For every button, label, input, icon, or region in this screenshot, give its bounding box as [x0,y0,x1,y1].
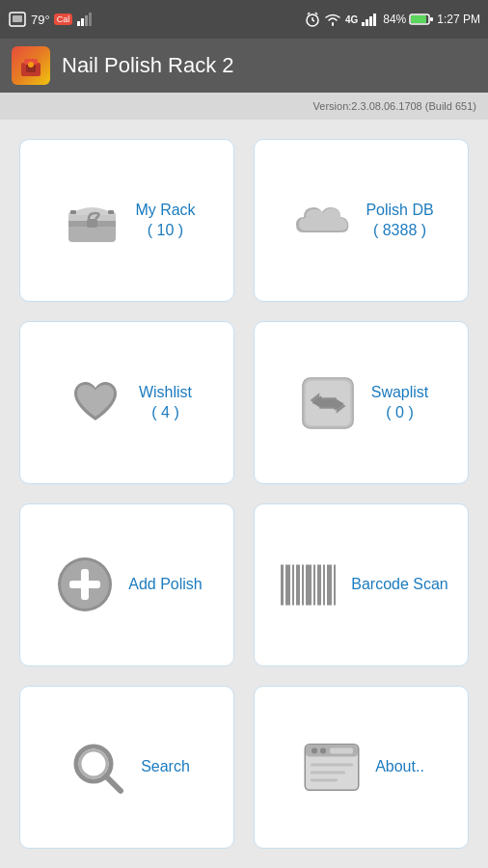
svg-point-55 [312,748,317,754]
about-button[interactable]: About.. [254,686,469,849]
swaplist-label: Swaplist( 0 ) [371,383,429,423]
title-bar: Nail Polish Rack 2 [0,39,488,93]
swap-icon [294,369,362,437]
version-text: Version:2.3.08.06.1708 (Build 651) [313,100,476,112]
svg-rect-41 [296,565,300,606]
alarm-icon [305,12,320,27]
wishlist-button[interactable]: Wishlist( 4 ) [19,321,234,484]
svg-rect-42 [302,565,304,606]
svg-rect-48 [334,565,336,606]
wifi-icon [324,13,341,26]
browser-window-icon [298,734,366,801]
battery-temp: 79° [31,13,50,27]
svg-rect-39 [285,565,290,606]
add-polish-button[interactable]: Add Polish [19,503,234,666]
svg-line-8 [312,20,314,21]
svg-rect-59 [311,772,345,774]
svg-rect-38 [281,565,284,606]
signal-icon [76,12,95,27]
status-left: 79° Cal [8,12,95,27]
svg-rect-58 [311,764,353,767]
barcode-scan-button[interactable]: Barcode Scan [254,503,469,666]
search-magnifier-icon [64,734,131,801]
svg-point-21 [28,62,34,68]
chest-icon [58,187,125,255]
wishlist-label: Wishlist( 4 ) [139,383,192,423]
swaplist-button[interactable]: Swaplist( 0 ) [254,321,469,484]
svg-line-10 [315,13,317,14]
battery-percent: 84% [383,13,406,26]
svg-rect-16 [411,15,426,23]
svg-marker-3 [81,18,84,26]
search-button[interactable]: Search [19,686,234,849]
network-badge: 4G [345,14,358,25]
svg-rect-1 [13,15,22,22]
svg-rect-37 [69,581,100,588]
signal-bars-icon [362,13,379,26]
svg-rect-26 [70,210,76,214]
svg-rect-47 [327,565,332,606]
status-bar: 79° Cal 4G [0,0,488,39]
battery-icon [410,13,433,26]
version-bar: Version:2.3.08.06.1708 (Build 651) [0,93,488,120]
status-right: 4G 84% 1:27 PM [305,12,480,27]
time-display: 1:27 PM [437,13,480,26]
app-title: Nail Polish Rack 2 [62,53,234,78]
polish-db-label: Polish DB( 8388 ) [366,201,433,241]
svg-rect-45 [317,565,321,606]
svg-point-50 [80,750,107,777]
svg-rect-27 [108,210,114,214]
barcode-scan-label: Barcode Scan [351,575,448,595]
cloud-icon [288,187,356,255]
svg-rect-13 [369,16,372,26]
cal-badge: Cal [54,14,73,25]
search-label: Search [141,757,190,777]
my-rack-button[interactable]: My Rack( 10 ) [19,139,234,302]
svg-marker-5 [89,13,92,26]
svg-line-9 [308,13,310,14]
svg-rect-17 [430,17,433,21]
barcode-icon [274,552,341,619]
polish-db-button[interactable]: Polish DB( 8388 ) [254,139,469,302]
app-icon [12,46,50,85]
about-label: About.. [375,757,424,777]
svg-point-56 [320,748,326,754]
my-rack-label: My Rack( 10 ) [135,201,195,241]
svg-rect-25 [87,219,97,228]
svg-rect-40 [292,565,294,606]
svg-rect-46 [323,565,325,606]
svg-rect-12 [366,19,368,26]
plus-circle-icon [51,552,119,619]
svg-rect-11 [362,22,365,26]
heart-icon [62,369,129,437]
add-polish-label: Add Polish [128,575,203,595]
svg-rect-14 [373,14,376,26]
svg-rect-43 [306,565,312,606]
svg-rect-57 [330,748,353,754]
svg-rect-44 [313,565,315,606]
svg-line-51 [106,776,121,791]
sim-icon [8,12,27,27]
svg-marker-2 [77,21,80,26]
main-content: My Rack( 10 ) Polish DB( 8388 ) Wishlist… [0,120,488,868]
svg-rect-60 [311,779,338,782]
svg-marker-4 [85,15,88,26]
